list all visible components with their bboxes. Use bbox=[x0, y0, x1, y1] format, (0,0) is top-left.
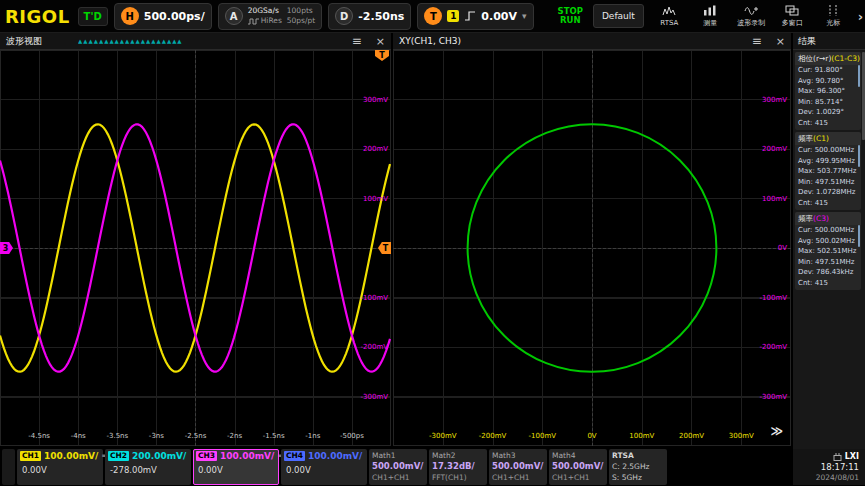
wave-x-label: -3ns bbox=[149, 432, 164, 440]
wave-y-label: -300mV bbox=[361, 393, 389, 401]
wave-x-label: -2ns bbox=[227, 432, 242, 440]
measurement-card-freq-c3[interactable]: 频率(C3) Cur: 500.00MHz Avg: 500.02MHz Max… bbox=[795, 212, 861, 290]
results-header: 结果 bbox=[793, 33, 865, 50]
card-scrollbar[interactable] bbox=[858, 145, 860, 167]
menu-icon[interactable]: ≡ bbox=[352, 34, 362, 48]
measurement-row: Min: 85.714° bbox=[795, 97, 861, 108]
waveform-view-panel: 波形视图 ▲▲▲▲▲▲▲▲▲▲▲▲▲▲▲▲▲▲▲▲ ≡ × T T 3 300m… bbox=[0, 33, 391, 446]
channel-status-ch1[interactable]: CH1 100.00mV/ = Ω 0.00V bbox=[17, 449, 103, 485]
trigger-status-badge: T'D bbox=[78, 7, 108, 26]
default-button[interactable]: Default bbox=[593, 4, 644, 28]
wave-y-label: 200mV bbox=[363, 145, 388, 153]
toolbar-button-multiwindow[interactable]: 多窗口 bbox=[773, 2, 812, 31]
waveform-plot-area[interactable]: T T 3 300mV200mV100mV-100mV-200mV-300mV-… bbox=[0, 50, 391, 446]
xy-trace-svg bbox=[393, 50, 791, 446]
measurement-row: Max: 503.77MHz bbox=[795, 166, 861, 177]
measurement-row: Dev: 1.0728MHz bbox=[795, 187, 861, 198]
card-header: 相位(r→r)(C1-C3) bbox=[795, 52, 861, 65]
xy-x-label: -100mV bbox=[529, 432, 557, 440]
clock-panel: LXI 18:17:11 2024/08/01 bbox=[793, 449, 865, 485]
math-status-math2[interactable]: Math2 17.32dB/ FFT(CH1) bbox=[429, 449, 487, 485]
xy-view-title: XY(CH1, CH3) bbox=[399, 36, 461, 46]
results-sidebar: 结果 相位(r→r)(C1-C3) Cur: 91.800° Avg: 90.7… bbox=[793, 33, 865, 449]
waveform-view-title: 波形视图 bbox=[6, 35, 42, 48]
acquire-knob[interactable]: A bbox=[225, 7, 243, 25]
channel-status-ch2[interactable]: CH2 200.00mV/ -278.00mV bbox=[105, 449, 191, 485]
measurement-row: Cur: 500.00MHz bbox=[795, 145, 861, 156]
menu-icon[interactable]: ≡ bbox=[752, 34, 762, 48]
top-toolbar: RIGOL T'D H 500.00ps/ A 20GSa/s HiRes 10… bbox=[0, 0, 865, 33]
wave-x-label: -500ps bbox=[340, 432, 364, 440]
waveform-record-icon bbox=[744, 5, 758, 16]
measurement-row: Cur: 91.800° bbox=[795, 65, 861, 76]
math-status-math4[interactable]: Math4 500.00mV/ CH1+CH1 bbox=[549, 449, 607, 485]
card-header: 频率(C3) bbox=[795, 212, 861, 225]
toolbar-button-measure[interactable]: 测量 bbox=[691, 2, 730, 31]
math-status-math3[interactable]: Math3 500.00mV/ CH1+CH1 bbox=[489, 449, 547, 485]
xy-view-panel: XY(CH1, CH3) ≡ × ≫ 300mV200mV100mV0V-100… bbox=[393, 33, 791, 446]
measurement-card-freq-c1[interactable]: 频率(C1) Cur: 500.00MHz Avg: 499.95MHz Max… bbox=[795, 132, 861, 210]
measurement-row: Avg: 90.780° bbox=[795, 76, 861, 87]
status-menu-button[interactable] bbox=[2, 449, 15, 485]
delay-control[interactable]: D -2.50ns bbox=[328, 3, 411, 30]
measurement-row: Dev: 1.0029° bbox=[795, 107, 861, 118]
run-label: RUN bbox=[560, 16, 581, 25]
delay-knob[interactable]: D bbox=[335, 7, 353, 25]
xy-y-label: 100mV bbox=[762, 195, 787, 203]
xy-y-label: 200mV bbox=[762, 145, 787, 153]
xy-y-label: 300mV bbox=[762, 96, 787, 104]
horizontal-scale-control[interactable]: H 500.00ps/ bbox=[114, 3, 212, 30]
xy-x-label: -200mV bbox=[479, 432, 507, 440]
wave-x-label: -4.5ns bbox=[28, 432, 50, 440]
expand-menu-icon[interactable]: ≫ bbox=[770, 424, 783, 438]
lan-icon bbox=[833, 453, 842, 461]
measurement-row: Avg: 500.02MHz bbox=[795, 236, 861, 247]
measurement-row: Cnt: 415 bbox=[795, 118, 861, 129]
run-stop-button[interactable]: STOP RUN bbox=[554, 7, 587, 26]
xy-x-label: 200mV bbox=[679, 432, 704, 440]
xy-plot-area[interactable]: ≫ 300mV200mV100mV0V-100mV-200mV-300mV-30… bbox=[393, 50, 791, 446]
wave-x-label: -1.5ns bbox=[263, 432, 285, 440]
close-icon[interactable]: × bbox=[776, 35, 785, 48]
card-header: 频率(C1) bbox=[795, 132, 861, 145]
rtsa-status[interactable]: RTSA C: 2.5GHz S: 5GHz bbox=[609, 449, 667, 485]
close-icon[interactable]: × bbox=[376, 35, 385, 48]
measurement-card-phase[interactable]: 相位(r→r)(C1-C3) Cur: 91.800° Avg: 90.780°… bbox=[795, 52, 861, 130]
xy-view-titlebar: XY(CH1, CH3) ≡ × bbox=[393, 33, 791, 50]
card-scrollbar[interactable] bbox=[858, 65, 860, 87]
measurement-row: Avg: 499.95MHz bbox=[795, 156, 861, 167]
card-scrollbar[interactable] bbox=[858, 225, 860, 247]
wave-y-label: -100mV bbox=[361, 294, 389, 302]
chevron-down-icon[interactable]: ▾ bbox=[522, 11, 527, 21]
channel-offset: 0.00V bbox=[284, 465, 364, 475]
toolbar-button-rtsa[interactable]: RTSA bbox=[650, 2, 689, 31]
measurement-row: Max: 96.300° bbox=[795, 86, 861, 97]
tick-strip: ▲▲▲▲▲▲▲▲▲▲▲▲▲▲▲▲▲▲▲▲ bbox=[78, 38, 183, 44]
measurement-row: Cur: 500.00MHz bbox=[795, 225, 861, 236]
horizontal-knob[interactable]: H bbox=[121, 7, 139, 25]
acquisition-control[interactable]: A 20GSa/s HiRes 100pts 50ps/pt bbox=[218, 3, 323, 30]
multi-window-icon bbox=[785, 5, 799, 16]
chevron-right-icon[interactable]: › bbox=[855, 9, 865, 24]
wave-x-label: -2.5ns bbox=[185, 432, 207, 440]
channel-status-ch4[interactable]: CH4 100.00mV/ 0.00V bbox=[281, 449, 367, 485]
xy-y-label: -100mV bbox=[760, 294, 788, 302]
measurement-row: Min: 497.51MHz bbox=[795, 177, 861, 188]
toolbar-icon-group: RTSA 测量 波形录制 多窗口 光标 › bbox=[650, 2, 865, 31]
waveform-traces bbox=[0, 50, 391, 446]
toolbar-button-cursor[interactable]: 光标 bbox=[814, 2, 853, 31]
trigger-control[interactable]: T 1 0.00V ▾ bbox=[417, 3, 533, 30]
measurement-row: Max: 502.51MHz bbox=[795, 246, 861, 257]
clock-time: 18:17:11 bbox=[821, 462, 859, 473]
rtsa-icon bbox=[662, 6, 676, 17]
math-status-math1[interactable]: Math1 500.00mV/ CH1+CH1 bbox=[369, 449, 427, 485]
wave-x-label: -1ns bbox=[305, 432, 320, 440]
toolbar-button-record[interactable]: 波形录制 bbox=[732, 2, 771, 31]
channel-badge: CH1 bbox=[20, 451, 41, 461]
trigger-knob[interactable]: T bbox=[424, 7, 442, 25]
channel-badge: CH2 bbox=[108, 451, 129, 461]
time-resolution: 50ps/pt bbox=[287, 16, 315, 26]
measurement-row: Min: 497.51MHz bbox=[795, 257, 861, 268]
channel-scale: 100.00mV/ bbox=[44, 451, 98, 461]
channel-status-ch3[interactable]: CH3 100.00mV/ = Ω 0.00V bbox=[193, 449, 279, 485]
